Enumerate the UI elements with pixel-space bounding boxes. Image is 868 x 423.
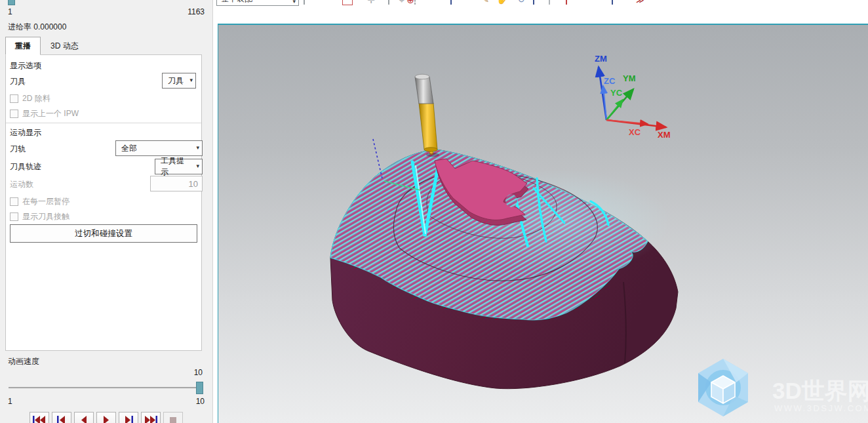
rotate-orbit-icon[interactable]: ↻	[516, 0, 526, 5]
progress-max: 1163	[187, 7, 205, 16]
progress-min: 1	[8, 7, 12, 16]
trajectory-dropdown-value: 工具提示	[161, 155, 191, 178]
step-forward-button[interactable]	[119, 412, 138, 423]
axis-label-xc: XC	[629, 127, 641, 137]
cube-blue-icon[interactable]	[450, 0, 461, 5]
stop-button	[163, 412, 183, 423]
nx-simulation-window: 整个装配 ▾ ✛ ⌖ ⊕ ✎ ✋ ↻ ≫ 1 1163 进给率 0.000000…	[0, 0, 868, 423]
watermark: 3D世界网 WWW.3DSJW.COM	[698, 359, 868, 416]
graphics-viewport[interactable]: 3D世界网 WWW.3DSJW.COM	[218, 24, 868, 423]
chevron-down-icon: ▾	[196, 144, 199, 151]
arrows-red-icon[interactable]: ≫	[636, 0, 646, 5]
skip-to-start-button[interactable]	[30, 412, 49, 423]
panel-tabs: 重播 3D 动态	[5, 37, 89, 55]
progress-range: 1 1163	[8, 7, 205, 16]
motion-count-input	[150, 176, 203, 191]
cutting-tool	[415, 74, 439, 157]
selection-rect-icon[interactable]	[414, 0, 425, 5]
progress-slider-handle[interactable]	[8, 0, 15, 5]
replay-groupbox: 显示选项 刀具 刀具 ▾ 2D 除料 显示上一个 IPW 运动显示 刀轨 全部 …	[5, 54, 202, 351]
playback-controls	[30, 412, 183, 423]
playback-panel: 1 1163 进给率 0.000000 重播 3D 动态 显示选项 刀具 刀具 …	[0, 0, 213, 423]
trajectory-dropdown[interactable]: 工具提示 ▾	[155, 159, 203, 174]
coordinate-triad: ZM ZC YM YC XM XC	[595, 54, 671, 140]
checkbox-icon	[10, 94, 18, 103]
axis-label-xm: XM	[658, 130, 671, 140]
checkbox-show-tool-contact: 显示刀具接触	[10, 211, 69, 222]
checkbox-pause-each-level: 在每一层暂停	[10, 196, 69, 207]
sketch-curve-icon[interactable]: ✎	[481, 0, 491, 5]
checkbox-icon	[10, 212, 18, 221]
speed-max-label: 10	[196, 397, 205, 406]
tool-dropdown-value: 刀具	[168, 75, 184, 87]
tab-3d-dynamic[interactable]: 3D 动态	[41, 37, 89, 55]
axis-label-zc: ZC	[604, 76, 616, 86]
cube-half-icon[interactable]	[533, 0, 543, 5]
filter-icon[interactable]	[332, 0, 343, 5]
watermark-title: 3D世界网	[772, 378, 868, 403]
chevron-down-icon: ▾	[189, 77, 193, 83]
play-reverse-button[interactable]	[74, 412, 94, 423]
animation-speed-label: 动画速度	[8, 356, 39, 367]
axis-label-ym: YM	[623, 73, 636, 83]
gouge-collision-settings-button[interactable]: 过切和碰撞设置	[10, 224, 197, 243]
tab-replay[interactable]: 重播	[5, 37, 41, 55]
sphere-shaded-icon[interactable]	[439, 0, 450, 5]
move-crosshair-icon[interactable]: ✛	[366, 0, 376, 5]
machining-scene: 3D世界网 WWW.3DSJW.COM	[218, 25, 868, 423]
speed-min-label: 1	[8, 397, 12, 406]
filter-active-icon[interactable]	[342, 0, 353, 5]
toolpath-dropdown[interactable]: 全部 ▾	[115, 140, 203, 156]
chevron-down-icon: ▾	[292, 0, 296, 5]
speed-slider-handle[interactable]	[196, 382, 203, 394]
dimension-red-icon[interactable]	[566, 0, 576, 5]
tool-dropdown[interactable]: 刀具 ▾	[162, 73, 196, 89]
tool-holder	[415, 77, 433, 104]
rapid-move-trace	[373, 139, 382, 178]
checkbox-icon	[10, 110, 18, 118]
skip-to-end-button[interactable]	[141, 412, 161, 423]
selection-scope-dropdown[interactable]: 整个装配 ▾	[216, 0, 299, 6]
trajectory-label: 刀具轨迹	[10, 161, 41, 172]
motion-count-label: 运动数	[10, 179, 33, 190]
tool-label: 刀具	[10, 76, 26, 87]
toolpath-dropdown-value: 全部	[121, 143, 137, 154]
toolpath-label: 刀轨	[10, 144, 26, 155]
selection-scope-value: 整个装配	[221, 0, 292, 5]
axis-label-zm: ZM	[595, 54, 607, 64]
sphere-dark-icon[interactable]	[588, 0, 599, 5]
motion-display-label: 运动显示	[10, 127, 41, 138]
top-toolbar: 整个装配 ▾ ✛ ⌖ ⊕ ✎ ✋ ↻ ≫	[213, 0, 868, 24]
axis-label-yc: YC	[610, 88, 623, 98]
assembly-cube-icon[interactable]	[304, 0, 314, 5]
cube-solid-icon[interactable]	[612, 0, 622, 5]
tool-shank	[419, 103, 437, 150]
separator	[6, 123, 201, 123]
play-forward-button[interactable]	[96, 412, 116, 423]
display-options-label: 显示选项	[10, 60, 41, 71]
checkbox-show-previous-ipw: 显示上一个 IPW	[10, 108, 79, 119]
feed-rate-label: 进给率 0.000000	[8, 22, 66, 33]
speed-slider-track[interactable]	[9, 387, 203, 389]
checkbox-icon	[10, 197, 18, 206]
checkbox-2d-material-removal: 2D 除料	[10, 93, 50, 104]
pan-hand-icon[interactable]: ✋	[496, 0, 507, 5]
chevron-down-icon: ▾	[196, 163, 199, 169]
speed-current-value: 10	[194, 368, 203, 377]
step-back-button[interactable]	[52, 412, 71, 423]
watermark-url: WWW.3DSJW.COM	[774, 403, 868, 413]
cube-ghost-icon[interactable]	[549, 0, 559, 5]
